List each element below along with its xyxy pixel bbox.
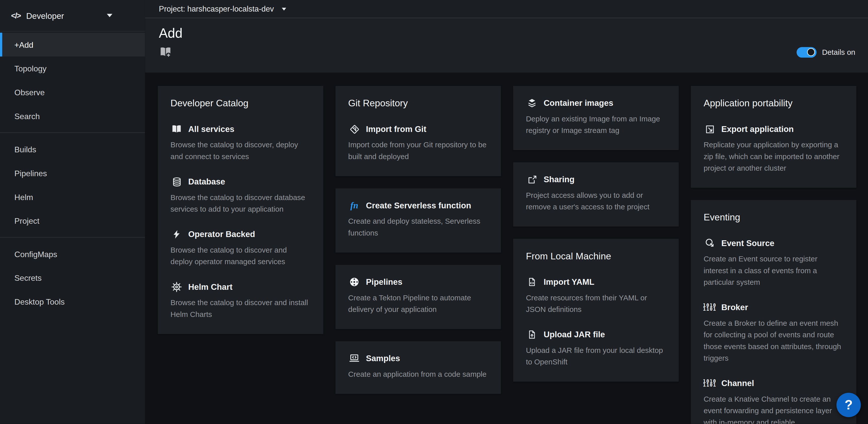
cards-column: Container imagesDeploy an existing Image… [513,86,679,382]
add-option-description: Create a Tekton Pipeline to automate del… [348,292,488,315]
add-option-link-export-application[interactable]: Export application [704,124,844,135]
add-option-all-services: All servicesBrowse the catalog to discov… [170,124,311,162]
add-option-label: Helm Chart [188,282,232,292]
sidebar-item-project[interactable]: Project [0,209,145,233]
add-option-link-sharing[interactable]: Sharing [526,174,666,185]
icon-wrapper [526,330,538,340]
add-option-label: Create Serverless function [366,200,471,211]
add-option-event-source: Event SourceCreate an Event source to re… [704,238,844,288]
function-icon: fn [350,201,358,210]
details-toggle[interactable] [797,47,816,57]
add-option-container-images: Container imagesDeploy an existing Image… [526,97,666,136]
add-option-label: Operator Backed [188,229,255,240]
sidebar-item-helm[interactable]: Helm [0,185,145,209]
add-option-link-channel[interactable]: 10101101Channel [704,378,844,389]
add-option-pipelines: PipelinesCreate a Tekton Pipeline to aut… [348,277,488,315]
add-option-description: Create resources from their YAML or JSON… [526,292,666,315]
helm-icon [171,282,182,292]
file-upload-icon [527,330,537,340]
add-option-label: Export application [721,124,794,135]
sidebar-item-add[interactable]: +Add [0,33,145,57]
add-option-link-container-images[interactable]: Container images [526,97,666,109]
add-option-description: Create and deploy stateless, Serverless … [348,216,488,239]
add-option-description: Create an application from a code sample [348,368,488,380]
bolt-icon [172,229,182,239]
card-eventing: EventingEvent SourceCreate an Event sour… [691,200,857,424]
open-book-icon [171,124,182,135]
add-option-label: Sharing [544,174,575,185]
add-option-helm-chart: Helm ChartBrowse the catalog to discover… [170,282,311,320]
icon-wrapper [348,124,360,135]
project-selector[interactable]: Project: harshcasper-localsta-dev [159,4,274,13]
add-option-import-yaml: Import YAMLCreate resources from their Y… [526,277,666,315]
share-icon [527,174,537,185]
add-option-link-all-services[interactable]: All services [170,124,311,135]
add-option-description: Browse the catalog to discover and insta… [170,297,311,320]
sidebar-item-observe[interactable]: Observe [0,80,145,104]
toggle-knob [807,48,815,56]
add-option-link-operator-backed[interactable]: Operator Backed [170,229,311,240]
add-option-link-broker[interactable]: 10101101Broker [704,302,844,313]
icon-wrapper [170,176,183,187]
add-option-link-import-from-git[interactable]: Import from Git [348,124,488,135]
perspective-switcher[interactable]: </> Developer [0,0,145,32]
add-option-link-pipelines[interactable]: Pipelines [348,277,488,287]
card-container-images: Container imagesDeploy an existing Image… [513,86,679,150]
add-option-operator-backed: Operator BackedBrowse the catalog to dis… [170,229,311,267]
nav-divider [0,237,145,237]
card-git-repository: Git RepositoryImport from GitImport code… [336,86,501,176]
project-selector-bar: Project: harshcasper-localsta-dev [145,0,868,18]
add-option-description: Import code from your Git repository to … [348,139,488,162]
sidebar-item-secrets[interactable]: Secrets [0,266,145,290]
add-option-link-import-yaml[interactable]: Import YAML [526,277,666,287]
add-option-description: Create a Knative Channel to create an ev… [704,393,844,424]
add-option-label: Database [188,176,225,187]
card-pipelines: PipelinesCreate a Tekton Pipeline to aut… [336,265,501,329]
sidebar-item-desktop-tools[interactable]: Desktop Tools [0,290,145,314]
cards-column: Git RepositoryImport from GitImport code… [336,86,501,394]
add-option-description: Create a Broker to define an event mesh … [704,317,844,364]
card-title: Git Repository [348,97,488,110]
card-developer-catalog: Developer CatalogAll servicesBrowse the … [158,86,323,334]
chevron-down-icon [282,7,286,10]
file-code-icon [527,277,537,287]
add-option-label: Channel [721,378,754,389]
add-option-label: Upload JAR file [544,329,605,340]
add-option-description: Create an Event source to register inter… [704,253,844,288]
add-option-description: Upload a JAR file from your local deskto… [526,345,666,368]
samples-laptop-icon [349,353,360,364]
icon-wrapper [348,277,360,287]
add-option-label: Event Source [721,238,774,249]
app-viewport: </> Developer Project: harshcasper-local… [0,0,868,424]
add-option-description: Replicate your application by exporting … [704,139,844,174]
pipelines-icon [349,277,360,287]
card-title: Developer Catalog [170,97,311,110]
add-option-sharing: SharingProject access allows you to add … [526,174,666,213]
add-option-link-samples[interactable]: Samples [348,353,488,364]
add-option-create-serverless-function: fnCreate Serverless functionCreate and d… [348,200,488,239]
card-application-portability: Application portabilityExport applicatio… [691,86,857,188]
add-option-link-create-serverless-function[interactable]: fnCreate Serverless function [348,200,488,211]
sidebar-item-topology[interactable]: Topology [0,57,145,80]
icon-wrapper [170,282,183,292]
icon-wrapper [170,124,183,135]
icon-wrapper: fn [348,201,360,210]
perspective-label: Developer [26,11,64,20]
content-area: Add Details on Developer CatalogAll se [145,18,868,424]
add-option-link-helm-chart[interactable]: Helm Chart [170,282,311,292]
add-option-label: Container images [544,97,613,109]
add-option-link-database[interactable]: Database [170,176,311,187]
broker-icon: 10101101 [703,304,717,311]
add-option-link-event-source[interactable]: Event Source [704,238,844,249]
add-option-import-from-git: Import from GitImport code from your Git… [348,124,488,162]
sidebar-item-search[interactable]: Search [0,104,145,128]
database-icon [171,176,182,187]
nav-divider [0,133,145,133]
sidebar-item-pipelines[interactable]: Pipelines [0,161,145,185]
card-samples: SamplesCreate an application from a code… [336,341,501,394]
add-option-link-upload-jar-file[interactable]: Upload JAR file [526,329,666,340]
export-application-icon [705,124,715,135]
sidebar-item-builds[interactable]: Builds [0,138,145,161]
sidebar-item-configmaps[interactable]: ConfigMaps [0,242,145,266]
git-icon [349,124,360,135]
